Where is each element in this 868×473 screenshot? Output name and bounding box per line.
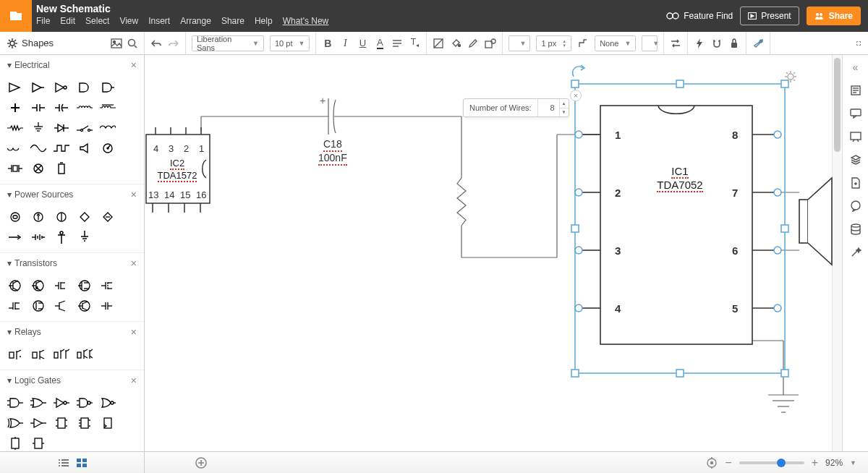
shape-inductor-icon[interactable] [74,98,95,117]
shape-source2-icon[interactable] [27,208,49,226]
ic1-label[interactable]: IC1 TDA7052 [651,165,709,192]
shape-batt-icon[interactable] [27,228,49,247]
font-size-select[interactable]: 10 pt▼ [270,35,310,51]
collapse-rail-icon[interactable]: « [849,61,862,74]
line-style-select[interactable]: ▼ [509,35,530,51]
close-icon[interactable]: × [131,189,137,200]
zoom-value[interactable]: 92% [825,458,843,468]
shape-switch-icon[interactable] [74,119,95,137]
shape-buffer-gate-icon[interactable] [27,414,49,432]
text-options-icon[interactable]: T◂ [409,38,420,49]
comments-icon[interactable] [849,107,862,120]
shape-fet1-icon[interactable] [51,276,72,295]
text-color-icon[interactable]: A [374,38,386,49]
menu-select[interactable]: Select [85,16,109,26]
shape-diode-icon[interactable] [51,119,72,137]
magnet-icon[interactable] [711,38,723,49]
shape-source3-icon[interactable] [51,208,72,226]
close-bubble-icon[interactable]: × [570,90,582,101]
menu-file[interactable]: File [36,16,50,26]
redo-icon[interactable] [168,38,179,49]
shape-source1-icon[interactable] [4,208,26,226]
shape-and-gate-icon[interactable] [4,393,26,412]
shape-ff3-icon[interactable] [97,414,119,432]
shape-plus-icon[interactable] [4,98,26,117]
shape-ff5-icon[interactable] [27,434,49,451]
wires-stepper[interactable]: ▲▼ [559,99,569,116]
underline-icon[interactable]: U [357,38,368,49]
wrench-icon[interactable] [752,38,764,49]
cap-label[interactable]: C18 100nF [318,138,347,166]
target-icon[interactable] [706,457,718,469]
shape-npn-icon[interactable] [4,276,26,295]
font-family-select[interactable]: Liberation Sans▼ [192,35,264,51]
zoom-slider[interactable] [739,461,804,464]
shape-pnp-icon[interactable] [27,276,49,295]
close-icon[interactable]: × [131,257,137,269]
menu-arrange[interactable]: Arrange [180,16,211,26]
fullscreen-icon[interactable] [856,38,868,49]
shape-fet4-icon[interactable] [4,297,26,315]
shape-coil-icon[interactable] [97,119,119,137]
shape-buffer-icon[interactable] [27,78,49,97]
shape-fet7-icon[interactable] [74,297,95,315]
shape-source4-icon[interactable] [74,208,95,226]
share-button[interactable]: Share [807,7,861,25]
shape-ground2-icon[interactable] [27,119,49,137]
shape-or-gate-icon[interactable] [27,393,49,412]
chat-icon[interactable] [849,200,862,213]
category-relays[interactable]: ▾ Relays× [0,322,144,342]
shape-ff2-icon[interactable] [74,414,95,432]
shape-cap-icon[interactable] [27,98,49,117]
feature-find-button[interactable]: Feature Find [666,11,733,21]
shape-fet5-icon[interactable] [27,297,49,315]
ic2-label[interactable]: IC2 TDA1572 [153,158,201,182]
menu-edit[interactable]: Edit [60,16,75,26]
database-icon[interactable] [849,223,862,236]
shape-not-gate-icon[interactable] [51,393,72,412]
shape-inverter-icon[interactable] [51,78,72,97]
shape-speaker-icon[interactable] [74,139,95,158]
present-button[interactable]: Present [740,7,799,25]
shape-meter-icon[interactable] [97,139,119,158]
zoom-out-icon[interactable]: − [725,456,731,469]
grid-view-icon[interactable] [77,459,87,467]
wires-value[interactable]: 8 [537,99,559,116]
close-icon[interactable]: × [131,326,137,338]
shape-gnd-icon[interactable] [74,228,95,247]
line-route-icon[interactable] [577,38,589,49]
swap-icon[interactable] [670,38,681,49]
shapes-button[interactable]: Shapes [0,32,145,54]
document-title[interactable]: New Schematic [36,0,666,14]
shape-fet3-icon[interactable] [97,276,119,295]
list-view-icon[interactable] [58,459,69,467]
category-transistors[interactable]: ▾ Transistors× [0,253,144,273]
shape-and-icon[interactable] [74,78,95,97]
close-icon[interactable]: × [131,59,137,71]
menu-help[interactable]: Help [255,16,273,26]
shape-and2-icon[interactable] [97,78,119,97]
fill-none-icon[interactable] [433,38,444,49]
add-page-icon[interactable] [195,457,207,469]
shape-inductor2-icon[interactable] [97,98,119,117]
undo-icon[interactable] [150,38,162,49]
shape-fet6-icon[interactable] [51,297,72,315]
close-icon[interactable]: × [131,375,137,386]
italic-icon[interactable]: I [339,38,351,49]
shape-vcc-icon[interactable] [51,228,72,247]
shape-options-icon[interactable] [485,38,496,49]
shape-lamp-icon[interactable] [27,159,49,178]
shape-resistor-icon[interactable] [4,119,26,137]
align-icon[interactable] [391,38,403,49]
canvas[interactable]: + [145,55,842,451]
shape-sine-icon[interactable] [27,139,49,158]
shape-nand-gate-icon[interactable] [74,393,95,412]
shape-amplifier-icon[interactable] [4,78,26,97]
line-width-input[interactable]: 1 px▲▼ [536,35,571,51]
pencil-icon[interactable] [467,38,479,49]
shape-xor-gate-icon[interactable] [4,414,26,432]
magic-icon[interactable] [849,246,862,259]
category-logic[interactable]: ▾ Logic Gates× [0,370,144,391]
shape-pulse-icon[interactable] [51,139,72,158]
menu-view[interactable]: View [119,16,138,26]
